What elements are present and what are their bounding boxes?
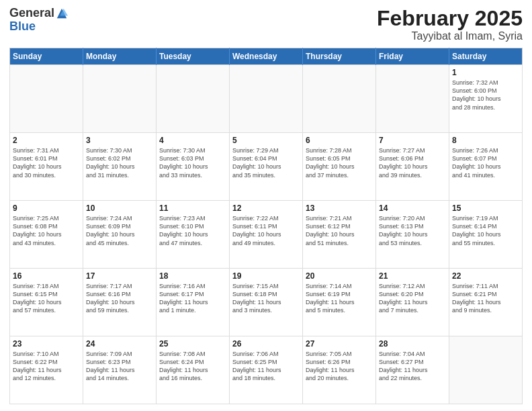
calendar-cell: 24Sunrise: 7:09 AMSunset: 6:23 PMDayligh… (83, 336, 157, 404)
calendar-week-3: 9Sunrise: 7:25 AMSunset: 6:08 PMDaylight… (10, 201, 523, 269)
day-number: 18 (159, 271, 226, 281)
col-thursday: Thursday (303, 48, 376, 65)
day-number: 5 (232, 136, 300, 145)
day-info: Sunrise: 7:09 AMSunset: 6:23 PMDaylight:… (86, 350, 153, 383)
day-info: Sunrise: 7:05 AMSunset: 6:26 PMDaylight:… (306, 350, 373, 383)
day-info: Sunrise: 7:12 AMSunset: 6:20 PMDaylight:… (379, 282, 446, 315)
calendar-cell: 16Sunrise: 7:18 AMSunset: 6:15 PMDayligh… (10, 269, 83, 336)
day-number: 24 (86, 339, 153, 349)
day-info: Sunrise: 7:30 AMSunset: 6:02 PMDaylight:… (86, 146, 153, 179)
day-number: 23 (13, 339, 80, 349)
day-number: 12 (232, 203, 300, 213)
calendar-week-1: 1Sunrise: 7:32 AMSunset: 6:00 PMDaylight… (10, 65, 523, 133)
day-info: Sunrise: 7:28 AMSunset: 6:05 PMDaylight:… (306, 146, 373, 179)
day-info: Sunrise: 7:14 AMSunset: 6:19 PMDaylight:… (306, 282, 373, 315)
day-info: Sunrise: 7:32 AMSunset: 6:00 PMDaylight:… (452, 79, 519, 111)
day-number: 9 (13, 203, 80, 213)
calendar-cell: 6Sunrise: 7:28 AMSunset: 6:05 PMDaylight… (303, 133, 376, 201)
header: General Blue February 2025 Tayyibat al I… (9, 7, 523, 42)
calendar-cell (376, 65, 449, 133)
day-info: Sunrise: 7:19 AMSunset: 6:14 PMDaylight:… (452, 214, 519, 247)
day-number: 7 (379, 136, 446, 145)
col-sunday: Sunday (10, 48, 83, 65)
calendar-body: 1Sunrise: 7:32 AMSunset: 6:00 PMDaylight… (10, 65, 523, 404)
day-info: Sunrise: 7:08 AMSunset: 6:24 PMDaylight:… (159, 350, 226, 383)
day-number: 25 (159, 339, 226, 349)
calendar-cell: 9Sunrise: 7:25 AMSunset: 6:08 PMDaylight… (10, 201, 83, 269)
calendar-cell: 12Sunrise: 7:22 AMSunset: 6:11 PMDayligh… (230, 201, 303, 269)
calendar-cell: 25Sunrise: 7:08 AMSunset: 6:24 PMDayligh… (157, 336, 230, 404)
calendar-cell: 5Sunrise: 7:29 AMSunset: 6:04 PMDaylight… (230, 133, 303, 201)
calendar-cell: 11Sunrise: 7:23 AMSunset: 6:10 PMDayligh… (157, 201, 230, 269)
calendar-cell: 7Sunrise: 7:27 AMSunset: 6:06 PMDaylight… (376, 133, 449, 201)
col-saturday: Saturday (449, 48, 523, 65)
day-info: Sunrise: 7:10 AMSunset: 6:22 PMDaylight:… (13, 350, 80, 383)
day-number: 4 (159, 136, 226, 145)
day-info: Sunrise: 7:27 AMSunset: 6:06 PMDaylight:… (379, 146, 446, 179)
calendar-cell: 8Sunrise: 7:26 AMSunset: 6:07 PMDaylight… (449, 133, 523, 201)
calendar-week-5: 23Sunrise: 7:10 AMSunset: 6:22 PMDayligh… (10, 336, 523, 404)
col-friday: Friday (376, 48, 449, 65)
day-info: Sunrise: 7:18 AMSunset: 6:15 PMDaylight:… (13, 282, 80, 315)
logo: General Blue (9, 7, 68, 34)
calendar-title: February 2025 (377, 7, 523, 30)
day-number: 3 (86, 136, 153, 145)
day-number: 20 (306, 271, 373, 281)
day-number: 22 (452, 271, 519, 281)
day-info: Sunrise: 7:23 AMSunset: 6:10 PMDaylight:… (159, 214, 226, 247)
calendar-cell: 26Sunrise: 7:06 AMSunset: 6:25 PMDayligh… (230, 336, 303, 404)
day-number: 15 (452, 203, 519, 213)
calendar-header-row: Sunday Monday Tuesday Wednesday Thursday… (10, 48, 523, 65)
calendar-subtitle: Tayyibat al Imam, Syria (377, 30, 523, 42)
day-number: 11 (159, 203, 226, 213)
day-info: Sunrise: 7:15 AMSunset: 6:18 PMDaylight:… (232, 282, 300, 315)
calendar-cell: 1Sunrise: 7:32 AMSunset: 6:00 PMDaylight… (449, 65, 523, 133)
day-info: Sunrise: 7:11 AMSunset: 6:21 PMDaylight:… (452, 282, 519, 315)
day-info: Sunrise: 7:24 AMSunset: 6:09 PMDaylight:… (86, 214, 153, 247)
calendar-cell: 3Sunrise: 7:30 AMSunset: 6:02 PMDaylight… (83, 133, 157, 201)
day-number: 16 (13, 271, 80, 281)
calendar-cell: 14Sunrise: 7:20 AMSunset: 6:13 PMDayligh… (376, 201, 449, 269)
day-info: Sunrise: 7:06 AMSunset: 6:25 PMDaylight:… (232, 350, 300, 383)
page: General Blue February 2025 Tayyibat al I… (0, 0, 532, 411)
calendar-cell: 4Sunrise: 7:30 AMSunset: 6:03 PMDaylight… (157, 133, 230, 201)
calendar-cell: 2Sunrise: 7:31 AMSunset: 6:01 PMDaylight… (10, 133, 83, 201)
day-info: Sunrise: 7:25 AMSunset: 6:08 PMDaylight:… (13, 214, 80, 247)
day-info: Sunrise: 7:30 AMSunset: 6:03 PMDaylight:… (159, 146, 226, 179)
day-number: 26 (232, 339, 300, 349)
day-number: 1 (452, 68, 519, 77)
day-number: 19 (232, 271, 300, 281)
day-number: 13 (306, 203, 373, 213)
col-tuesday: Tuesday (157, 48, 230, 65)
calendar-cell: 22Sunrise: 7:11 AMSunset: 6:21 PMDayligh… (449, 269, 523, 336)
day-number: 8 (452, 136, 519, 145)
day-info: Sunrise: 7:04 AMSunset: 6:27 PMDaylight:… (379, 350, 446, 383)
calendar-cell (83, 65, 157, 133)
calendar-cell (303, 65, 376, 133)
col-monday: Monday (83, 48, 157, 65)
calendar-cell: 19Sunrise: 7:15 AMSunset: 6:18 PMDayligh… (230, 269, 303, 336)
day-info: Sunrise: 7:26 AMSunset: 6:07 PMDaylight:… (452, 146, 519, 179)
day-info: Sunrise: 7:21 AMSunset: 6:12 PMDaylight:… (306, 214, 373, 247)
calendar-cell (157, 65, 230, 133)
day-number: 28 (379, 339, 446, 349)
calendar-cell: 18Sunrise: 7:16 AMSunset: 6:17 PMDayligh… (157, 269, 230, 336)
col-wednesday: Wednesday (230, 48, 303, 65)
day-number: 6 (306, 136, 373, 145)
day-number: 10 (86, 203, 153, 213)
calendar-cell: 21Sunrise: 7:12 AMSunset: 6:20 PMDayligh… (376, 269, 449, 336)
day-number: 21 (379, 271, 446, 281)
calendar-cell (10, 65, 83, 133)
day-number: 14 (379, 203, 446, 213)
day-number: 2 (13, 136, 80, 145)
calendar-week-4: 16Sunrise: 7:18 AMSunset: 6:15 PMDayligh… (10, 269, 523, 336)
day-info: Sunrise: 7:16 AMSunset: 6:17 PMDaylight:… (159, 282, 226, 315)
day-info: Sunrise: 7:17 AMSunset: 6:16 PMDaylight:… (86, 282, 153, 315)
logo-blue-text: Blue (9, 20, 68, 34)
calendar-cell: 10Sunrise: 7:24 AMSunset: 6:09 PMDayligh… (83, 201, 157, 269)
logo-general-text: General (9, 7, 54, 20)
calendar-cell: 15Sunrise: 7:19 AMSunset: 6:14 PMDayligh… (449, 201, 523, 269)
calendar-cell: 13Sunrise: 7:21 AMSunset: 6:12 PMDayligh… (303, 201, 376, 269)
calendar-cell: 20Sunrise: 7:14 AMSunset: 6:19 PMDayligh… (303, 269, 376, 336)
calendar-cell: 23Sunrise: 7:10 AMSunset: 6:22 PMDayligh… (10, 336, 83, 404)
